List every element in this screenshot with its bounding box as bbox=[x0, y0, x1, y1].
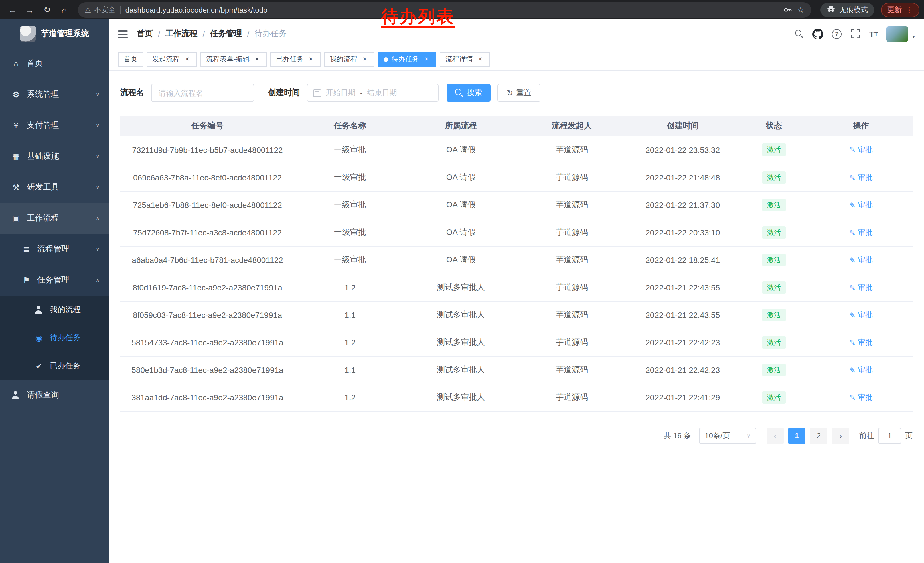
approve-link[interactable]: ✎审批 bbox=[849, 282, 873, 293]
tab-form-edit[interactable]: 流程表单-编辑 × bbox=[200, 52, 267, 67]
page-size-select[interactable]: 10条/页 ∨ bbox=[699, 428, 756, 444]
status-badge: 激活 bbox=[762, 281, 786, 294]
sidebar-item-label: 基础设施 bbox=[27, 151, 59, 162]
prev-page-button[interactable]: ‹ bbox=[766, 428, 784, 444]
approve-link[interactable]: ✎审批 bbox=[849, 255, 873, 265]
sidebar-item-workflow[interactable]: ▣ 工作流程 ∧ bbox=[0, 203, 109, 234]
breadcrumb-task-mgmt[interactable]: 任务管理 bbox=[210, 29, 242, 39]
filter-bar: 流程名 创建时间 开始日期 - 结束日期 搜索 ↻ bbox=[120, 84, 912, 102]
task-name: 1.2 bbox=[294, 384, 406, 411]
page-button-2[interactable]: 2 bbox=[810, 428, 827, 444]
col-initiator: 流程发起人 bbox=[516, 116, 627, 136]
address-bar[interactable]: ⚠ 不安全 dashboard.yudao.iocoder.cn/bpm/tas… bbox=[78, 2, 811, 18]
table-row: 73211d9d-7b9b-11ec-b5b7-acde48001122 一级审… bbox=[120, 136, 912, 164]
process-name-label: 流程名 bbox=[120, 88, 144, 98]
task-name: 一级审批 bbox=[294, 164, 406, 191]
reset-button[interactable]: ↻ 重置 bbox=[498, 84, 540, 102]
close-icon[interactable]: × bbox=[253, 55, 261, 63]
task-mgmt-submenu: 我的流程 ◉ 待办任务 ✔ 已办任务 bbox=[0, 296, 109, 380]
application-window: ← → ↻ ⌂ ⚠ 不安全 dashboard.yudao.iocoder.cn… bbox=[0, 0, 924, 563]
sidebar-item-todo-tasks[interactable]: ◉ 待办任务 bbox=[0, 324, 109, 352]
next-page-button[interactable]: › bbox=[832, 428, 849, 444]
approve-link[interactable]: ✎审批 bbox=[849, 337, 873, 348]
breadcrumb-separator: / bbox=[158, 29, 160, 38]
breadcrumb-separator: / bbox=[202, 29, 205, 38]
help-icon[interactable]: ? bbox=[832, 29, 842, 39]
task-process: 测试多审批人 bbox=[405, 384, 516, 411]
sidebar-item-task-mgmt[interactable]: ⚑ 任务管理 ∧ bbox=[0, 264, 109, 296]
key-icon[interactable] bbox=[783, 5, 793, 14]
refresh-icon[interactable]: ↻ bbox=[39, 2, 55, 18]
close-icon[interactable]: × bbox=[361, 55, 369, 63]
goto-page-input[interactable] bbox=[878, 428, 901, 444]
approve-link[interactable]: ✎审批 bbox=[849, 173, 873, 183]
sidebar-item-system[interactable]: ⚙ 系统管理 ∨ bbox=[0, 79, 109, 110]
approve-link[interactable]: ✎审批 bbox=[849, 392, 873, 402]
star-icon[interactable]: ☆ bbox=[797, 5, 804, 14]
table-row: 381aa1dd-7ac8-11ec-a9e2-a2380e71991a 1.2… bbox=[120, 384, 912, 411]
breadcrumb-home[interactable]: 首页 bbox=[137, 29, 153, 39]
task-initiator: 芋道源码 bbox=[516, 136, 627, 164]
tab-my-process[interactable]: 我的流程 × bbox=[324, 52, 374, 67]
menu-dots-icon[interactable]: ⋮ bbox=[905, 5, 913, 14]
app-logo-row[interactable]: 芋道管理系统 bbox=[0, 20, 109, 48]
close-icon[interactable]: × bbox=[307, 55, 315, 63]
close-icon[interactable]: × bbox=[423, 55, 430, 63]
tools-icon: ⚒ bbox=[12, 183, 21, 192]
sidebar-item-home[interactable]: ⌂ 首页 bbox=[0, 48, 109, 79]
font-size-icon[interactable]: TT bbox=[869, 29, 878, 39]
search-icon[interactable] bbox=[795, 30, 804, 38]
page-button-1[interactable]: 1 bbox=[788, 428, 806, 444]
process-name-input[interactable] bbox=[151, 84, 254, 102]
tab-done-tasks[interactable]: 已办任务 × bbox=[270, 52, 321, 67]
sidebar-item-infrastructure[interactable]: ▦ 基础设施 ∨ bbox=[0, 141, 109, 172]
sidebar-item-done-tasks[interactable]: ✔ 已办任务 bbox=[0, 352, 109, 380]
approve-link[interactable]: ✎审批 bbox=[849, 310, 873, 320]
task-id: 75d72608-7b7f-11ec-a3c8-acde48001122 bbox=[120, 219, 294, 246]
fullscreen-icon[interactable] bbox=[850, 29, 861, 39]
chevron-down-icon: ∨ bbox=[96, 123, 100, 128]
update-button[interactable]: 更新 ⋮ bbox=[881, 3, 920, 17]
sidebar-item-devtools[interactable]: ⚒ 研发工具 ∨ bbox=[0, 172, 109, 203]
breadcrumb-workflow[interactable]: 工作流程 bbox=[165, 29, 198, 39]
github-icon[interactable] bbox=[812, 29, 823, 39]
back-icon[interactable]: ← bbox=[4, 2, 21, 18]
close-icon[interactable]: × bbox=[183, 55, 191, 63]
menu-collapse-icon[interactable] bbox=[118, 30, 128, 38]
sidebar-item-payment[interactable]: ¥ 支付管理 ∨ bbox=[0, 110, 109, 141]
approve-link[interactable]: ✎审批 bbox=[849, 365, 873, 375]
security-status[interactable]: ⚠ 不安全 bbox=[85, 5, 116, 15]
table-row: 8f059c03-7ac8-11ec-a9e2-a2380e71991a 1.1… bbox=[120, 301, 912, 329]
tab-process-detail[interactable]: 流程详情 × bbox=[440, 52, 490, 67]
date-range-picker[interactable]: 开始日期 - 结束日期 bbox=[307, 84, 438, 102]
grid-icon: ▦ bbox=[12, 152, 21, 161]
sidebar-item-my-process[interactable]: 我的流程 bbox=[0, 296, 109, 324]
tab-todo-tasks[interactable]: 待办任务 × bbox=[378, 52, 436, 67]
tab-start-process[interactable]: 发起流程 × bbox=[147, 52, 197, 67]
task-create-time: 2022-01-21 22:41:29 bbox=[627, 384, 738, 411]
home-icon[interactable]: ⌂ bbox=[56, 2, 72, 18]
sidebar-item-leave-query[interactable]: 请假查询 bbox=[0, 380, 109, 411]
edit-icon: ✎ bbox=[849, 366, 856, 374]
tab-home[interactable]: 首页 bbox=[118, 52, 143, 67]
task-name: 一级审批 bbox=[294, 219, 406, 246]
search-button[interactable]: 搜索 bbox=[447, 84, 490, 102]
chevron-down-icon[interactable]: ▾ bbox=[912, 33, 915, 39]
task-id: 58154733-7ac8-11ec-a9e2-a2380e71991a bbox=[120, 329, 294, 356]
task-process: OA 请假 bbox=[405, 164, 516, 191]
sidebar: 芋道管理系统 ⌂ 首页 ⚙ 系统管理 ∨ ¥ 支付管理 ∨ ▦ bbox=[0, 20, 109, 563]
approve-link[interactable]: ✎审批 bbox=[849, 227, 873, 238]
task-initiator: 芋道源码 bbox=[516, 301, 627, 329]
sidebar-item-process-mgmt[interactable]: ≣ 流程管理 ∨ bbox=[0, 234, 109, 264]
approve-link[interactable]: ✎审批 bbox=[849, 200, 873, 210]
table-row: 8f0d1619-7ac8-11ec-a9e2-a2380e71991a 1.2… bbox=[120, 274, 912, 301]
approve-link[interactable]: ✎审批 bbox=[849, 145, 873, 155]
forward-icon[interactable]: → bbox=[22, 2, 38, 18]
task-initiator: 芋道源码 bbox=[516, 191, 627, 219]
edit-icon: ✎ bbox=[849, 338, 856, 347]
avatar[interactable] bbox=[886, 26, 908, 42]
close-icon[interactable]: × bbox=[476, 55, 484, 63]
col-task-id: 任务编号 bbox=[120, 116, 294, 136]
eye-icon: ◉ bbox=[34, 333, 44, 342]
status-badge: 激活 bbox=[762, 144, 786, 157]
